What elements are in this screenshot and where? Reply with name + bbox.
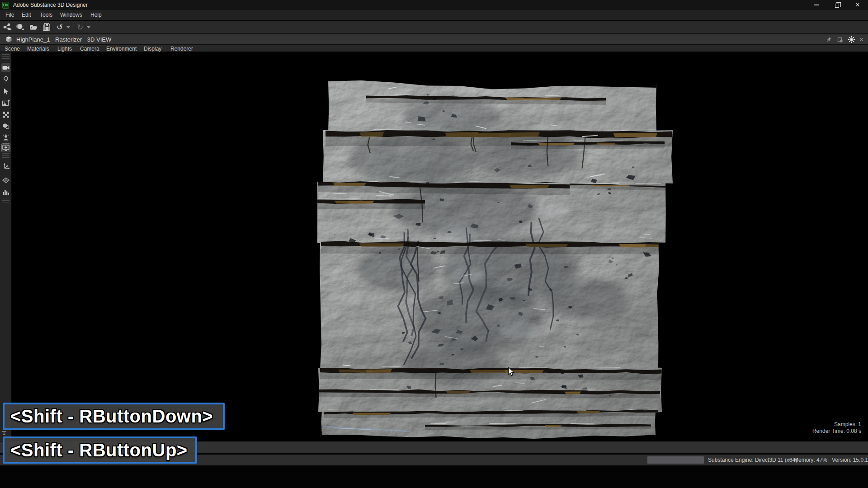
- camera-icon: [2, 64, 10, 72]
- undo-icon: ↺: [57, 23, 63, 32]
- redo-icon: ↻: [77, 23, 83, 32]
- vpmenu-scene[interactable]: Scene: [5, 46, 20, 52]
- wireframe-diamond-icon: [2, 176, 10, 184]
- display-gear-icon: [2, 144, 10, 152]
- vpmenu-environment[interactable]: Environment: [106, 46, 137, 52]
- restore-button[interactable]: [826, 0, 847, 10]
- window-controls: ×: [806, 0, 868, 10]
- axis-gizmo-icon: [2, 163, 10, 171]
- panel-close-icon[interactable]: ×: [859, 36, 863, 43]
- wireframe-button[interactable]: [1, 176, 10, 185]
- new-package-icon: [3, 23, 12, 32]
- panel-tab-title[interactable]: HighPlane_1 - Rasterizer - 3D VIEW: [16, 36, 111, 43]
- vpmenu-camera[interactable]: Camera: [80, 46, 99, 52]
- close-button[interactable]: ×: [847, 0, 868, 10]
- pointer-icon: [2, 87, 10, 95]
- checker-material-icon: [2, 111, 10, 119]
- viewport-menu-bar: Scene Materials Lights Camera Environmen…: [0, 45, 868, 52]
- 3d-viewport[interactable]: Samples: 1 Render Time: 0.08 s: [12, 52, 868, 441]
- minimize-icon: [814, 5, 819, 5]
- new-package-button[interactable]: [1, 22, 13, 33]
- samples-readout: Samples: 1: [812, 421, 861, 428]
- window-bottom-filler: [0, 465, 868, 488]
- person-light-icon: [2, 133, 10, 141]
- app-title: Adobe Substance 3D Designer: [13, 2, 88, 8]
- vpmenu-renderer[interactable]: Renderer: [170, 46, 193, 52]
- pin-icon[interactable]: [825, 36, 832, 43]
- render-stats: Samples: 1 Render Time: 0.08 s: [812, 421, 861, 435]
- undock-icon[interactable]: [836, 36, 844, 43]
- keypress-text: <Shift - RButtonDown>: [10, 406, 213, 427]
- toolbar-grip[interactable]: [2, 54, 9, 59]
- engine-progress-bar: [647, 456, 704, 464]
- menu-help[interactable]: Help: [90, 12, 102, 18]
- hidden-panel-fragment-icon: [2, 431, 8, 436]
- left-toolbar: [0, 52, 12, 441]
- menu-bar: File Edit Tools Windows Help: [0, 10, 868, 20]
- save-icon: [42, 23, 51, 32]
- histogram-icon: [2, 188, 10, 196]
- save-all-button[interactable]: [41, 22, 52, 33]
- transform-gizmo-button[interactable]: [1, 162, 10, 171]
- panel-tab-actions: ×: [825, 34, 863, 45]
- menu-tools[interactable]: Tools: [40, 12, 52, 18]
- new-graph-icon: [16, 23, 25, 32]
- title-bar: Ds Adobe Substance 3D Designer ×: [0, 0, 868, 10]
- select-tool-button[interactable]: [1, 87, 10, 96]
- undo-button[interactable]: ↺: [54, 22, 66, 33]
- menu-edit[interactable]: Edit: [22, 12, 31, 18]
- environment-map-button[interactable]: [1, 99, 10, 108]
- vpmenu-lights[interactable]: Lights: [57, 46, 72, 52]
- display-settings-button[interactable]: [1, 143, 10, 152]
- environment-image-icon: [2, 99, 10, 107]
- toolbar-grip[interactable]: [2, 198, 9, 202]
- close-icon: ×: [855, 1, 859, 9]
- substance-designer-logo-icon: Ds: [2, 2, 9, 9]
- keypress-overlay-rbuttonup: <Shift - RButtonUp>: [3, 436, 197, 464]
- new-graph-button[interactable]: [14, 22, 26, 33]
- camera-tool-button[interactable]: [1, 63, 10, 72]
- app-window: Ds Adobe Substance 3D Designer × File Ed…: [0, 0, 868, 488]
- rock-mesh-render: [316, 74, 675, 441]
- restore-icon: [835, 4, 839, 8]
- statistics-button[interactable]: [1, 188, 10, 197]
- engine-status: Substance Engine: Direct3D 11 (x64): [708, 457, 797, 463]
- menu-file[interactable]: File: [5, 12, 14, 18]
- 3d-view-cube-icon: [5, 36, 13, 43]
- open-folder-icon: [29, 23, 38, 32]
- version-status: Version: 15.0.1: [832, 457, 868, 463]
- redo-history-dropdown[interactable]: [87, 26, 90, 28]
- minimize-button[interactable]: [806, 0, 826, 10]
- memory-status: Memory: 47%: [794, 457, 827, 463]
- light-tool-button[interactable]: [1, 75, 10, 84]
- vpmenu-display[interactable]: Display: [144, 46, 161, 52]
- head-light-button[interactable]: [1, 133, 10, 142]
- open-button[interactable]: [28, 22, 39, 33]
- light-bulb-icon: [2, 75, 10, 84]
- menu-windows[interactable]: Windows: [60, 12, 82, 18]
- panel-tab-bar: HighPlane_1 - Rasterizer - 3D VIEW: [0, 34, 868, 45]
- redo-button[interactable]: ↻: [74, 22, 86, 33]
- material-tool-button[interactable]: [1, 110, 10, 119]
- keypress-overlay-rbuttondown: <Shift - RButtonDown>: [3, 403, 225, 430]
- mouse-cursor: [508, 367, 515, 377]
- focus-selected-icon[interactable]: [848, 36, 855, 43]
- undo-history-dropdown[interactable]: [66, 26, 70, 28]
- main-toolbar: ↺ ↻: [0, 21, 868, 34]
- keypress-text: <Shift - RButtonUp>: [10, 440, 188, 460]
- toolbar-grip[interactable]: [2, 153, 9, 158]
- render-time-readout: Render Time: 0.08 s: [812, 428, 861, 435]
- vpmenu-materials[interactable]: Materials: [27, 46, 49, 52]
- preview-spheres-button[interactable]: [1, 122, 10, 131]
- spheres-icon: [2, 122, 10, 130]
